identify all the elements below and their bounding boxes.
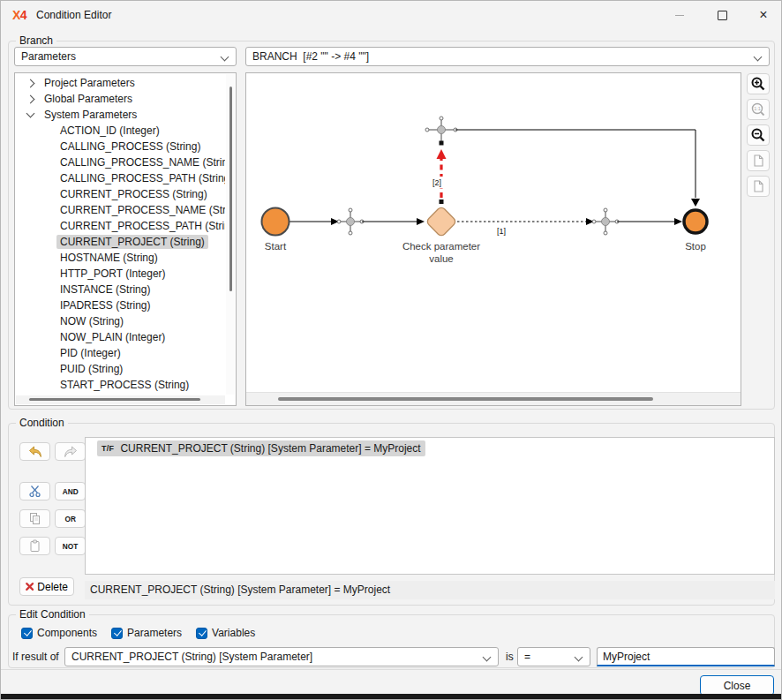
comparison-value-input[interactable] xyxy=(597,647,775,666)
tree-item[interactable]: PUID (String) xyxy=(17,361,225,377)
magnifier-one-to-one-icon: 1:1 xyxy=(750,102,766,117)
tree-item[interactable]: HOSTNAME (String) xyxy=(17,250,225,266)
minimize-button[interactable] xyxy=(667,6,692,24)
components-checkbox-group[interactable]: Components xyxy=(21,627,97,639)
operator-value: = xyxy=(524,651,530,663)
scrollbar-thumb[interactable] xyxy=(229,87,232,291)
tree-item[interactable]: NOW_PLAIN (Integer) xyxy=(17,329,225,345)
zoom-toolbar: 1:1 xyxy=(747,73,770,201)
or-operator-button[interactable]: OR xyxy=(55,509,86,528)
tree-item[interactable]: CURRENT_PROCESS_NAME (String) xyxy=(17,202,225,218)
close-dialog-button[interactable]: Close xyxy=(700,675,774,696)
tree-item[interactable]: NOW (String) xyxy=(17,313,225,329)
tree-horizontal-scrollbar[interactable] xyxy=(16,395,225,404)
red-x-icon xyxy=(26,582,34,591)
parameter-tree-items: Project ParametersGlobal ParametersSyste… xyxy=(17,75,225,395)
tree-item[interactable]: Project Parameters xyxy=(17,75,225,91)
start-node[interactable] xyxy=(262,208,289,236)
tree-item-label: System Parameters xyxy=(41,108,140,122)
fit-page-button[interactable] xyxy=(747,150,770,171)
tree-item[interactable]: INSTANCE (String) xyxy=(17,282,225,297)
chevron-right-icon[interactable] xyxy=(26,79,35,87)
tree-item[interactable]: CURRENT_PROCESS (String) xyxy=(17,186,225,202)
copy-button[interactable] xyxy=(19,509,50,528)
canvas-horizontal-scrollbar[interactable] xyxy=(246,392,741,405)
clipboard-icon xyxy=(28,539,41,553)
scrollbar-thumb[interactable] xyxy=(278,397,653,401)
fit-width-button[interactable] xyxy=(747,176,770,197)
tree-item[interactable]: PID (Integer) xyxy=(17,345,225,361)
parameters-checkbox[interactable] xyxy=(111,628,123,639)
paste-button[interactable] xyxy=(19,537,50,555)
operator-dropdown[interactable]: = xyxy=(517,647,590,666)
edit-condition-group: Edit Condition Components Parameters Var… xyxy=(8,614,775,668)
tree-item-label: ACTION_ID (Integer) xyxy=(56,124,163,138)
variables-checkbox-label: Variables xyxy=(212,627,255,639)
tree-item-label: IPADRESS (String) xyxy=(56,298,154,312)
scrollbar-thumb[interactable] xyxy=(29,398,200,401)
tree-item[interactable]: CURRENT_PROJECT (String) xyxy=(17,234,225,250)
tree-item[interactable]: ACTION_ID (Integer) xyxy=(17,123,225,139)
condition-type-prefix: T/F xyxy=(102,444,114,453)
tree-item[interactable]: START_PROCESS (String) xyxy=(17,377,225,393)
and-operator-button[interactable]: AND xyxy=(55,482,86,501)
stop-node[interactable] xyxy=(684,210,707,233)
not-operator-button[interactable]: NOT xyxy=(55,537,86,555)
delete-condition-button[interactable]: Delete xyxy=(19,577,74,596)
condition-editor-window: X4 Condition Editor × Branch Parameters … xyxy=(0,0,782,700)
scissors-icon xyxy=(28,485,41,498)
chevron-down-icon[interactable] xyxy=(26,109,35,118)
condition-list[interactable]: T/FCURRENT_PROJECT (String) [System Para… xyxy=(85,437,775,575)
redo-button[interactable] xyxy=(55,442,86,461)
tree-vertical-scrollbar[interactable] xyxy=(226,74,235,395)
tree-item-label: PID (Integer) xyxy=(56,346,124,360)
components-checkbox[interactable] xyxy=(21,628,33,639)
if-result-of-label: If result of xyxy=(12,647,59,666)
edge-handle[interactable] xyxy=(440,141,444,146)
condition-parameter-dropdown[interactable]: CURRENT_PROJECT (String) [System Paramet… xyxy=(64,647,499,666)
tree-item[interactable]: CURRENT_PROCESS_PATH (String) xyxy=(17,218,225,234)
condition-row[interactable]: T/FCURRENT_PROJECT (String) [System Para… xyxy=(97,440,425,456)
decision-node-label-line1: Check parameter xyxy=(402,241,480,252)
maximize-icon xyxy=(718,11,727,20)
tree-item[interactable]: IPADRESS (String) xyxy=(17,297,225,313)
branch-group: Branch Parameters BRANCH [#2 "" -> #4 ""… xyxy=(8,41,775,410)
parameter-category-dropdown[interactable]: Parameters xyxy=(14,47,237,66)
condition-summary-bar: CURRENT_PROJECT (String) [System Paramet… xyxy=(85,581,775,599)
footer-divider xyxy=(1,669,782,670)
tree-item[interactable]: CALLING_PROCESS_NAME (String) xyxy=(17,154,225,170)
close-icon: × xyxy=(759,8,767,22)
tree-item-label: HTTP_PORT (Integer) xyxy=(56,267,169,281)
condition-group-label: Condition xyxy=(16,417,68,429)
zoom-in-button[interactable] xyxy=(747,73,770,94)
tree-item[interactable]: CALLING_PROCESS (String) xyxy=(17,139,225,154)
branch-group-label: Branch xyxy=(16,34,56,47)
branch-dropdown[interactable]: BRANCH [#2 "" -> #4 ""] xyxy=(245,47,770,66)
cut-button[interactable] xyxy=(19,482,50,501)
chevron-right-icon[interactable] xyxy=(26,94,35,103)
variables-checkbox-group[interactable]: Variables xyxy=(196,627,255,639)
tree-item[interactable]: HTTP_PORT (Integer) xyxy=(17,266,225,282)
tree-item-label: INSTANCE (String) xyxy=(56,282,154,297)
zoom-actual-size-button[interactable]: 1:1 xyxy=(747,99,770,120)
process-diagram: [1] xyxy=(246,73,741,393)
tree-item[interactable]: CALLING_PROCESS_PATH (String) xyxy=(17,170,225,186)
tree-item-label: Project Parameters xyxy=(41,76,139,90)
edge-handle[interactable] xyxy=(440,199,444,204)
variables-checkbox[interactable] xyxy=(196,628,207,639)
svg-text:1:1: 1:1 xyxy=(754,106,761,111)
maximize-button[interactable] xyxy=(710,6,734,24)
is-label: is xyxy=(506,647,514,666)
tree-item[interactable]: System Parameters xyxy=(17,107,225,123)
tree-item-label: CALLING_PROCESS_NAME (String) xyxy=(56,155,225,169)
undo-button[interactable] xyxy=(19,442,50,461)
tree-item-label: NOW_PLAIN (Integer) xyxy=(56,330,169,344)
close-window-button[interactable]: × xyxy=(751,6,776,24)
parameters-checkbox-group[interactable]: Parameters xyxy=(111,627,182,639)
tree-item-label: CALLING_PROCESS_PATH (String) xyxy=(56,171,225,185)
chevron-down-icon xyxy=(221,53,229,62)
tree-item[interactable]: Global Parameters xyxy=(17,91,225,107)
tree-item-label: CURRENT_PROJECT (String) xyxy=(56,235,208,249)
zoom-out-button[interactable] xyxy=(747,124,770,146)
title-bar: X4 Condition Editor × xyxy=(1,1,781,29)
